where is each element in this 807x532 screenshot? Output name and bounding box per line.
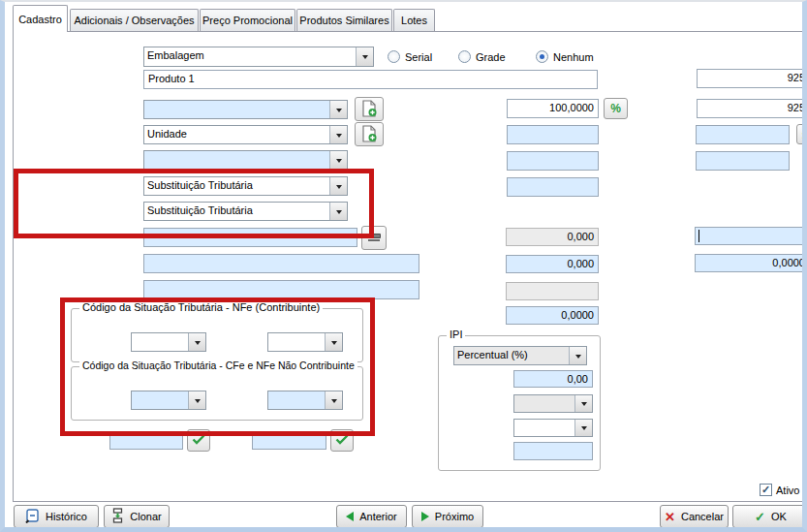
cest-input[interactable] (252, 431, 326, 450)
add-unidade-button[interactable] (355, 122, 384, 146)
unidade-medida-value: Unidade (144, 126, 329, 143)
chevron-down-icon[interactable] (325, 333, 342, 351)
add-grupo-button[interactable] (355, 97, 384, 121)
tab-preco-promocional[interactable]: Preço Promocional (200, 9, 295, 31)
custo-compra-input[interactable] (695, 227, 807, 245)
chevron-down-icon[interactable] (356, 47, 373, 66)
descricao-input[interactable]: Produto 1 (143, 70, 598, 89)
cst-cfe-value (132, 391, 188, 409)
chevron-down-icon[interactable] (574, 395, 592, 412)
chevron-down-icon[interactable] (188, 333, 205, 351)
grupo-combobox[interactable] (143, 100, 348, 119)
ipi-mode-combobox[interactable]: Percentual (%) (453, 346, 587, 365)
clone-icon (111, 508, 124, 525)
chevron-down-icon[interactable] (329, 151, 347, 169)
ipi-mode-value: Percentual (%) (454, 347, 569, 364)
cst-cfe-group-legend: Código da Situação Tributária - CFe e NF… (79, 360, 357, 371)
cancelar-button-label: Cancelar (681, 511, 724, 522)
exc-fiscal-input[interactable] (513, 442, 593, 460)
proximo-button[interactable]: Próximo (412, 505, 483, 528)
cst-ipi-combobox[interactable] (513, 394, 593, 413)
qtd-atacado-input[interactable] (507, 177, 599, 197)
anterior-button[interactable]: Anterior (336, 505, 407, 528)
percent-calc-button[interactable]: % (604, 98, 628, 119)
cst-ipi-value (514, 395, 574, 412)
grupo-value (144, 101, 329, 118)
radio-nenhum[interactable]: Nenhum (536, 50, 594, 63)
chevron-down-icon[interactable] (188, 391, 205, 409)
referencia-input[interactable] (143, 280, 419, 299)
cst-nfe-group-legend: Código da Situação Tributária - NFe (Con… (79, 301, 323, 313)
fornecedor-combobox[interactable] (143, 150, 348, 170)
quantidade-input: 0,000 (506, 228, 599, 246)
lucro-bruto-expand-button[interactable]: : (796, 124, 807, 144)
taxa-icms-combobox[interactable]: Substituição Tributária (143, 176, 348, 196)
ok-button[interactable]: ✓ OK (732, 505, 807, 528)
radio-selected-icon (536, 50, 548, 63)
ncm-input[interactable] (109, 431, 183, 450)
chevron-down-icon[interactable] (325, 391, 342, 409)
unidade-medida-combobox[interactable]: Unidade (143, 125, 348, 144)
cst-nfe-value (132, 333, 188, 351)
codigo-input[interactable]: 925 (697, 99, 807, 118)
csosn-nfe-combobox[interactable] (267, 332, 343, 352)
identificador-input[interactable]: 925 (697, 69, 807, 88)
radio-circle-icon (388, 50, 400, 63)
chevron-down-icon[interactable] (329, 126, 347, 143)
preco-uss-input[interactable] (507, 125, 599, 144)
fornecedor-value (144, 151, 329, 169)
ok-button-label: OK (771, 511, 787, 522)
csosn-cfe-combobox[interactable] (267, 391, 343, 410)
tab-adicionais-observacoes[interactable]: Adicionais / Observações (70, 9, 199, 31)
cancelar-button[interactable]: ✕ Cancelar (660, 505, 729, 528)
ipi-pct-input[interactable]: 0,00 (513, 370, 593, 388)
percent-icon: % (610, 102, 621, 115)
tipo-item-combobox[interactable]: Embalagem (143, 47, 374, 67)
qtd-minima-input[interactable]: 0,000 (506, 255, 599, 273)
chevron-down-icon[interactable] (329, 177, 347, 195)
codigo-barras-input[interactable] (143, 228, 357, 247)
tab-cadastro[interactable]: Cadastro (13, 5, 68, 32)
tab-preco-promocional-label: Preço Promocional (202, 15, 293, 26)
cst-nfe-combobox[interactable] (131, 332, 206, 352)
peso-input[interactable]: 0,0000 (506, 306, 599, 325)
lucro-bruto-input[interactable] (696, 125, 790, 144)
taxa-icms-value: Substituição Tributária (144, 177, 329, 195)
ativo-checkbox[interactable]: ✓ (760, 484, 772, 496)
chevron-down-icon[interactable] (569, 347, 586, 364)
preco-rs-input[interactable]: 100,0000 (507, 99, 599, 118)
cest-validate-button[interactable] (330, 429, 354, 452)
historico-button-label: Histórico (46, 511, 87, 522)
radio-serial-label: Serial (405, 51, 432, 63)
cst-cfe-combobox[interactable] (131, 391, 206, 410)
x-icon: ✕ (665, 511, 675, 523)
chevron-down-icon[interactable] (329, 203, 347, 220)
tab-lotes-label: Lotes (401, 15, 427, 26)
preco-atacado-input[interactable] (507, 151, 599, 171)
check-icon (335, 434, 349, 447)
colon-icon: : (801, 129, 805, 141)
clonar-button[interactable]: Clonar (104, 505, 170, 528)
taxa-icms-cfe-combobox[interactable]: Substituição Tributária (143, 202, 348, 221)
ativo-label: Ativo (776, 485, 799, 496)
cenq-combobox[interactable] (513, 419, 593, 437)
barcode-scan-button[interactable] (361, 226, 387, 250)
tab-produtos-similares-label: Produtos Similares (299, 15, 388, 26)
history-magnifier-icon (25, 509, 40, 525)
chevron-down-icon[interactable] (574, 420, 592, 436)
csosn-cfe-value (268, 391, 325, 409)
radio-serial[interactable]: Serial (388, 50, 432, 63)
historico-button[interactable]: Histórico (14, 505, 99, 528)
ncm-validate-button[interactable] (187, 429, 210, 452)
chevron-down-icon[interactable] (329, 101, 347, 118)
comissao-input[interactable] (696, 151, 790, 171)
tipo-item-value: Embalagem (144, 47, 356, 66)
tab-produtos-similares[interactable]: Produtos Similares (296, 9, 392, 31)
radio-grade[interactable]: Grade (458, 50, 506, 63)
tab-cadastro-label: Cadastro (18, 14, 62, 25)
product-registration-window: Cadastro Adicionais / Observações Preço … (0, 0, 807, 532)
tab-lotes[interactable]: Lotes (393, 9, 435, 31)
text-caret (698, 230, 699, 242)
desc-complementar-input[interactable] (143, 254, 419, 273)
custo-medio-input[interactable]: 0,0000 (695, 254, 807, 272)
